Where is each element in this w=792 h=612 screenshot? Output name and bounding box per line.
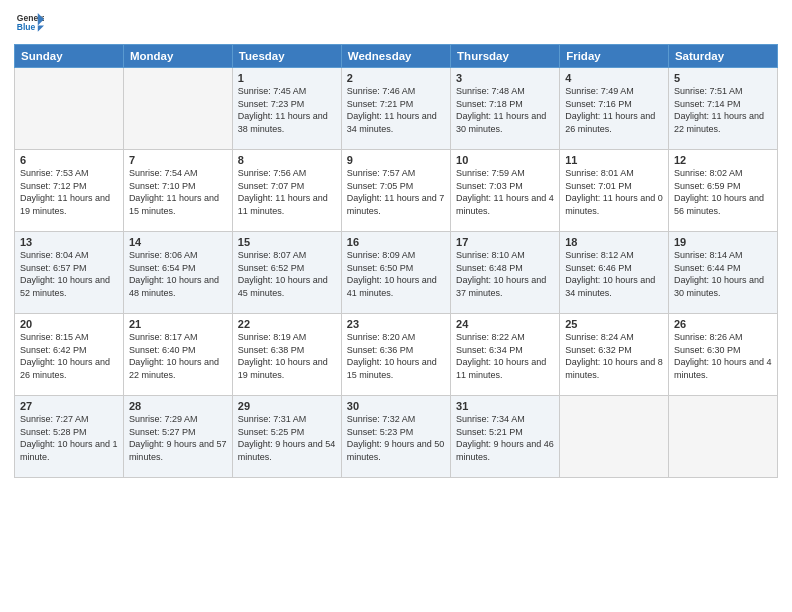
day-info: Sunrise: 8:19 AMSunset: 6:38 PMDaylight:… [238,331,336,381]
day-number: 8 [238,154,336,166]
calendar-day-header: Tuesday [232,45,341,68]
day-info: Sunrise: 8:02 AMSunset: 6:59 PMDaylight:… [674,167,772,217]
calendar-cell: 3Sunrise: 7:48 AMSunset: 7:18 PMDaylight… [451,68,560,150]
day-info: Sunrise: 7:45 AMSunset: 7:23 PMDaylight:… [238,85,336,135]
day-number: 14 [129,236,227,248]
day-number: 20 [20,318,118,330]
day-number: 28 [129,400,227,412]
calendar-cell: 10Sunrise: 7:59 AMSunset: 7:03 PMDayligh… [451,150,560,232]
svg-text:Blue: Blue [17,22,36,32]
calendar-day-header: Wednesday [341,45,450,68]
calendar-cell: 19Sunrise: 8:14 AMSunset: 6:44 PMDayligh… [668,232,777,314]
day-info: Sunrise: 7:34 AMSunset: 5:21 PMDaylight:… [456,413,554,463]
calendar-day-header: Friday [560,45,669,68]
calendar-cell: 21Sunrise: 8:17 AMSunset: 6:40 PMDayligh… [123,314,232,396]
day-info: Sunrise: 7:57 AMSunset: 7:05 PMDaylight:… [347,167,445,217]
calendar-week-row: 6Sunrise: 7:53 AMSunset: 7:12 PMDaylight… [15,150,778,232]
calendar-cell: 23Sunrise: 8:20 AMSunset: 6:36 PMDayligh… [341,314,450,396]
calendar-cell [560,396,669,478]
day-info: Sunrise: 8:14 AMSunset: 6:44 PMDaylight:… [674,249,772,299]
calendar-cell: 12Sunrise: 8:02 AMSunset: 6:59 PMDayligh… [668,150,777,232]
day-number: 26 [674,318,772,330]
day-number: 9 [347,154,445,166]
calendar-day-header: Sunday [15,45,124,68]
calendar-week-row: 13Sunrise: 8:04 AMSunset: 6:57 PMDayligh… [15,232,778,314]
day-number: 24 [456,318,554,330]
calendar-cell: 20Sunrise: 8:15 AMSunset: 6:42 PMDayligh… [15,314,124,396]
calendar-week-row: 27Sunrise: 7:27 AMSunset: 5:28 PMDayligh… [15,396,778,478]
day-number: 10 [456,154,554,166]
calendar-day-header: Monday [123,45,232,68]
day-info: Sunrise: 7:54 AMSunset: 7:10 PMDaylight:… [129,167,227,217]
calendar-cell: 31Sunrise: 7:34 AMSunset: 5:21 PMDayligh… [451,396,560,478]
calendar-cell [15,68,124,150]
calendar-cell: 22Sunrise: 8:19 AMSunset: 6:38 PMDayligh… [232,314,341,396]
calendar-cell: 8Sunrise: 7:56 AMSunset: 7:07 PMDaylight… [232,150,341,232]
logo-icon: General Blue [16,10,44,38]
calendar-cell: 15Sunrise: 8:07 AMSunset: 6:52 PMDayligh… [232,232,341,314]
day-number: 11 [565,154,663,166]
calendar-cell: 7Sunrise: 7:54 AMSunset: 7:10 PMDaylight… [123,150,232,232]
calendar-week-row: 20Sunrise: 8:15 AMSunset: 6:42 PMDayligh… [15,314,778,396]
day-info: Sunrise: 7:29 AMSunset: 5:27 PMDaylight:… [129,413,227,463]
day-info: Sunrise: 7:27 AMSunset: 5:28 PMDaylight:… [20,413,118,463]
day-number: 21 [129,318,227,330]
day-number: 22 [238,318,336,330]
calendar-cell: 28Sunrise: 7:29 AMSunset: 5:27 PMDayligh… [123,396,232,478]
day-number: 6 [20,154,118,166]
day-info: Sunrise: 7:46 AMSunset: 7:21 PMDaylight:… [347,85,445,135]
calendar-cell: 4Sunrise: 7:49 AMSunset: 7:16 PMDaylight… [560,68,669,150]
day-number: 4 [565,72,663,84]
calendar-header-row: SundayMondayTuesdayWednesdayThursdayFrid… [15,45,778,68]
day-info: Sunrise: 7:32 AMSunset: 5:23 PMDaylight:… [347,413,445,463]
day-info: Sunrise: 7:59 AMSunset: 7:03 PMDaylight:… [456,167,554,217]
day-number: 18 [565,236,663,248]
calendar-cell: 29Sunrise: 7:31 AMSunset: 5:25 PMDayligh… [232,396,341,478]
day-number: 27 [20,400,118,412]
day-info: Sunrise: 7:53 AMSunset: 7:12 PMDaylight:… [20,167,118,217]
calendar-day-header: Thursday [451,45,560,68]
day-number: 17 [456,236,554,248]
day-number: 15 [238,236,336,248]
calendar-table: SundayMondayTuesdayWednesdayThursdayFrid… [14,44,778,478]
calendar-cell: 5Sunrise: 7:51 AMSunset: 7:14 PMDaylight… [668,68,777,150]
day-info: Sunrise: 8:22 AMSunset: 6:34 PMDaylight:… [456,331,554,381]
day-info: Sunrise: 7:56 AMSunset: 7:07 PMDaylight:… [238,167,336,217]
day-number: 5 [674,72,772,84]
day-number: 7 [129,154,227,166]
day-info: Sunrise: 8:04 AMSunset: 6:57 PMDaylight:… [20,249,118,299]
day-info: Sunrise: 8:01 AMSunset: 7:01 PMDaylight:… [565,167,663,217]
day-number: 31 [456,400,554,412]
calendar-cell: 30Sunrise: 7:32 AMSunset: 5:23 PMDayligh… [341,396,450,478]
logo: General Blue [14,10,44,38]
calendar-cell: 17Sunrise: 8:10 AMSunset: 6:48 PMDayligh… [451,232,560,314]
day-number: 23 [347,318,445,330]
day-info: Sunrise: 7:51 AMSunset: 7:14 PMDaylight:… [674,85,772,135]
day-number: 3 [456,72,554,84]
day-number: 25 [565,318,663,330]
calendar-cell: 6Sunrise: 7:53 AMSunset: 7:12 PMDaylight… [15,150,124,232]
page-header: General Blue [14,10,778,38]
calendar-cell: 13Sunrise: 8:04 AMSunset: 6:57 PMDayligh… [15,232,124,314]
day-info: Sunrise: 7:49 AMSunset: 7:16 PMDaylight:… [565,85,663,135]
day-number: 29 [238,400,336,412]
day-info: Sunrise: 8:17 AMSunset: 6:40 PMDaylight:… [129,331,227,381]
calendar-cell: 26Sunrise: 8:26 AMSunset: 6:30 PMDayligh… [668,314,777,396]
calendar-cell: 14Sunrise: 8:06 AMSunset: 6:54 PMDayligh… [123,232,232,314]
calendar-week-row: 1Sunrise: 7:45 AMSunset: 7:23 PMDaylight… [15,68,778,150]
calendar-cell: 16Sunrise: 8:09 AMSunset: 6:50 PMDayligh… [341,232,450,314]
day-info: Sunrise: 8:15 AMSunset: 6:42 PMDaylight:… [20,331,118,381]
day-info: Sunrise: 8:09 AMSunset: 6:50 PMDaylight:… [347,249,445,299]
day-number: 19 [674,236,772,248]
calendar-cell [123,68,232,150]
day-number: 1 [238,72,336,84]
day-info: Sunrise: 7:48 AMSunset: 7:18 PMDaylight:… [456,85,554,135]
calendar-cell: 27Sunrise: 7:27 AMSunset: 5:28 PMDayligh… [15,396,124,478]
day-info: Sunrise: 8:26 AMSunset: 6:30 PMDaylight:… [674,331,772,381]
day-number: 12 [674,154,772,166]
calendar-day-header: Saturday [668,45,777,68]
day-info: Sunrise: 8:24 AMSunset: 6:32 PMDaylight:… [565,331,663,381]
calendar-cell: 9Sunrise: 7:57 AMSunset: 7:05 PMDaylight… [341,150,450,232]
day-info: Sunrise: 8:07 AMSunset: 6:52 PMDaylight:… [238,249,336,299]
day-number: 16 [347,236,445,248]
